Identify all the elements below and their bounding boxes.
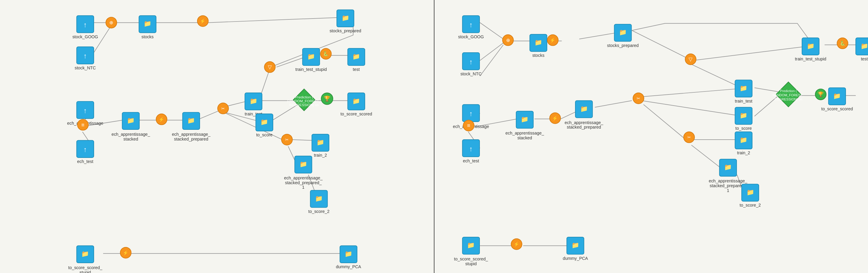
r-node-train-test-stupid[interactable]: 📁 train_test_stupid <box>795 38 826 62</box>
svg-text:stocks: stocks <box>532 53 544 58</box>
node-stock-ntc[interactable]: ↑ stock_NTC <box>75 47 96 71</box>
r-node-test[interactable]: 📁 test <box>856 38 868 62</box>
svg-text:⚡: ⚡ <box>159 117 164 122</box>
r-node-to-score-scored[interactable]: 📁 to_score_scored <box>821 88 853 111</box>
r-node-stack[interactable]: ≡ <box>463 120 474 131</box>
svg-text:📁: 📁 <box>467 241 475 249</box>
r-node-train2[interactable]: 📁 train_2 <box>735 132 752 156</box>
svg-line-11 <box>227 101 246 106</box>
svg-line-127 <box>641 89 736 97</box>
svg-text:📁: 📁 <box>81 250 89 258</box>
r-node-trophy[interactable]: 🏆 <box>815 89 826 100</box>
r-node-split1[interactable]: ✂ <box>633 93 644 104</box>
r-node-stock-goog[interactable]: ↑ stock_GOOG <box>458 16 484 39</box>
r-node-stock-ntc[interactable]: ↑ stock_NTC <box>460 53 481 76</box>
svg-text:Prediction (: Prediction ( <box>780 89 797 93</box>
svg-text:✂: ✂ <box>285 137 289 142</box>
svg-text:📁: 📁 <box>580 105 588 113</box>
node-broom2[interactable]: ⚡ <box>156 114 167 125</box>
r-node-ech-stacked[interactable]: 📁 ech_apprentissage_ stacked <box>505 111 544 140</box>
svg-text:1: 1 <box>302 185 305 190</box>
svg-text:📁: 📁 <box>345 250 353 258</box>
svg-text:RANDOM_FOREST_: RANDOM_FOREST_ <box>772 93 804 97</box>
node-orange-icon1[interactable]: 🐍 <box>320 49 332 59</box>
node-stock-goog[interactable]: ↑ stock_GOOG <box>72 16 98 39</box>
node-split1[interactable]: ✂ <box>218 103 229 114</box>
svg-text:📁: 📁 <box>352 97 361 105</box>
svg-text:📁: 📁 <box>127 117 135 125</box>
node-broom3[interactable]: ⚡ <box>120 247 131 258</box>
svg-text:✂: ✂ <box>637 96 640 101</box>
r-node-train-test[interactable]: 📁 train_test <box>735 80 752 104</box>
svg-text:📁: 📁 <box>187 117 195 125</box>
r-node-to-score-scored-stupid[interactable]: 📁 to_score_scored_ stupid <box>454 237 488 266</box>
r-node-orange-icon[interactable]: 🐍 <box>837 38 848 49</box>
svg-line-131 <box>754 97 777 116</box>
node-broom1[interactable]: ⚡ <box>197 16 209 27</box>
r-node-ech-stacked-prepared[interactable]: 📁 ech_apprentissage_ stacked_prepared <box>565 101 603 130</box>
r-node-prediction[interactable]: Prediction ( RANDOM_FOREST_ REGRESSION) … <box>772 82 804 107</box>
r-node-ech-test[interactable]: ↑ ech_test <box>462 140 479 163</box>
node-to-score-scored-stupid[interactable]: 📁 to_score_scored_ stupid <box>68 246 102 273</box>
node-dummy-pca[interactable]: 📁 dummy_PCA <box>336 246 361 269</box>
r-node-to-score-2[interactable]: 📁 to_score_2 <box>740 184 761 208</box>
svg-text:to_score_scored: to_score_scored <box>821 106 853 111</box>
svg-text:ech_apprentissage_: ech_apprentissage_ <box>284 175 323 180</box>
svg-text:≡: ≡ <box>467 122 470 129</box>
svg-text:⊕: ⊕ <box>109 20 113 25</box>
svg-text:↑: ↑ <box>84 52 87 60</box>
svg-text:📁: 📁 <box>250 97 258 105</box>
svg-text:train_test: train_test <box>735 99 752 104</box>
svg-text:to_score_scored_: to_score_scored_ <box>68 265 102 270</box>
node-ech-test[interactable]: ↑ ech_test <box>77 140 94 164</box>
svg-text:📁: 📁 <box>352 53 361 60</box>
r-node-stocks[interactable]: 📁 stocks <box>530 34 547 58</box>
r-node-stocks-prepared[interactable]: 📁 stocks_prepared <box>607 24 639 48</box>
svg-line-23 <box>288 146 296 162</box>
svg-text:ech_apprentissage_: ech_apprentissage_ <box>172 132 211 137</box>
node-train2[interactable]: 📁 train_2 <box>312 134 329 158</box>
svg-text:📁: 📁 <box>521 115 529 123</box>
node-join1[interactable]: ⊕ <box>106 17 117 28</box>
r-node-join[interactable]: ⊕ <box>502 35 514 46</box>
svg-text:train_2: train_2 <box>737 151 750 155</box>
svg-text:↑: ↑ <box>469 58 473 66</box>
r-node-split2[interactable]: ✂ <box>683 132 694 143</box>
svg-text:stacked: stacked <box>123 137 138 141</box>
r-node-filter[interactable]: ▽ <box>685 54 696 65</box>
svg-line-118 <box>693 47 803 61</box>
svg-text:↑: ↑ <box>469 110 473 117</box>
node-test[interactable]: 📁 test <box>347 49 365 72</box>
node-train-test[interactable]: 📁 train_test <box>245 93 262 116</box>
svg-text:📁: 📁 <box>740 84 748 92</box>
node-trophy1[interactable]: 🏆 <box>321 93 333 104</box>
svg-line-135 <box>691 145 719 167</box>
node-stack[interactable]: ≡ <box>78 119 88 130</box>
svg-text:⊕: ⊕ <box>506 38 510 43</box>
r-node-to-score[interactable]: 📁 to_score <box>735 107 752 131</box>
svg-text:📁: 📁 <box>534 38 542 46</box>
r-node-dummy-pca[interactable]: 📁 dummy_PCA <box>562 237 588 261</box>
svg-text:RANDOM_FOREST_: RANDOM_FOREST_ <box>287 99 321 103</box>
node-ech-stacked-prepared-1[interactable]: 📁 ech_apprentissage_ stacked_prepared_ 1 <box>284 156 323 190</box>
svg-text:ech_apprentissage_: ech_apprentissage_ <box>565 120 603 125</box>
node-stocks[interactable]: 📁 stocks <box>139 16 156 39</box>
r-node-broom2[interactable]: ⚡ <box>549 113 560 124</box>
svg-text:✂: ✂ <box>221 106 225 111</box>
node-split2[interactable]: ✂ <box>282 134 292 145</box>
svg-text:stacked_prepared: stacked_prepared <box>567 125 601 130</box>
svg-text:⚡: ⚡ <box>123 250 129 256</box>
node-ech-stacked[interactable]: 📁 ech_apprentissage_ stacked <box>112 112 150 141</box>
node-to-score-scored[interactable]: 📁 to_score_scored <box>340 93 372 116</box>
node-prediction1[interactable]: Prediction ( RANDOM_FOREST_ REGRESSION) … <box>287 89 321 111</box>
node-stocks-prepared[interactable]: 📁 stocks_prepared <box>330 10 361 33</box>
node-to-score[interactable]: 📁 to_score <box>256 114 273 138</box>
node-to-score-2[interactable]: 📁 to_score_2 <box>308 190 330 214</box>
svg-text:to_score_2: to_score_2 <box>308 209 330 214</box>
svg-line-114 <box>579 33 614 39</box>
svg-line-111 <box>480 43 503 60</box>
node-filter1[interactable]: ▽ <box>264 62 275 73</box>
r-node-broom3[interactable]: ⚡ <box>511 239 522 250</box>
svg-text:REGRESSION) on: REGRESSION) on <box>774 98 802 101</box>
r-node-broom1[interactable]: ⚡ <box>547 35 558 46</box>
